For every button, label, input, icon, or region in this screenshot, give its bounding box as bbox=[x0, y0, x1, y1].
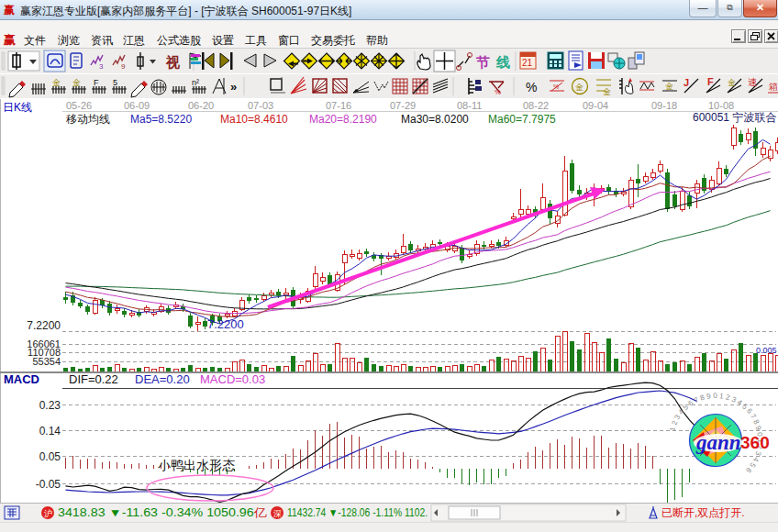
svg-text:视: 视 bbox=[165, 54, 180, 70]
svg-text:速: 速 bbox=[748, 77, 757, 87]
svg-text:3418.83 ▼-11.63 -0.34% 1050.96: 3418.83 ▼-11.63 -0.34% 1050.96亿 bbox=[58, 506, 267, 519]
svg-text:08-22: 08-22 bbox=[523, 100, 549, 111]
svg-text:F: F bbox=[94, 78, 99, 87]
svg-text:金: 金 bbox=[575, 83, 584, 92]
svg-text:Ma10=8.4610: Ma10=8.4610 bbox=[220, 113, 288, 126]
svg-text:金: 金 bbox=[728, 78, 736, 87]
svg-text:»: » bbox=[230, 80, 237, 94]
svg-text:DEA=0.20: DEA=0.20 bbox=[135, 372, 190, 386]
svg-text:已断开,双点打开.: 已断开,双点打开. bbox=[661, 506, 745, 519]
svg-text:F: F bbox=[707, 76, 714, 87]
svg-text:n²: n² bbox=[192, 78, 199, 87]
svg-text:3: 3 bbox=[99, 62, 104, 71]
svg-text:07-29: 07-29 bbox=[390, 100, 416, 111]
svg-text:-0.05: -0.05 bbox=[36, 478, 61, 491]
svg-text:06-20: 06-20 bbox=[188, 100, 214, 111]
svg-text:08-11: 08-11 bbox=[457, 100, 482, 111]
svg-text:J: J bbox=[684, 77, 689, 88]
svg-text:7.2200: 7.2200 bbox=[207, 317, 244, 331]
svg-text:10-08: 10-08 bbox=[708, 100, 734, 111]
svg-text:金: 金 bbox=[665, 82, 673, 91]
svg-text:09-18: 09-18 bbox=[651, 100, 677, 111]
svg-text:沪: 沪 bbox=[44, 509, 52, 518]
svg-text:%: % bbox=[553, 83, 559, 90]
svg-text:06-09: 06-09 bbox=[124, 100, 150, 111]
svg-text:11432.74 ▼-128.06 -1.11% 1102.: 11432.74 ▼-128.06 -1.11% 1102. bbox=[287, 506, 428, 519]
svg-text:金: 金 bbox=[52, 78, 61, 87]
svg-text:箱: 箱 bbox=[769, 82, 778, 92]
svg-text:Ma60=7.7975: Ma60=7.7975 bbox=[488, 113, 556, 126]
svg-text:09-04: 09-04 bbox=[583, 100, 608, 111]
svg-text:Ma5=8.5220: Ma5=8.5220 bbox=[130, 113, 192, 126]
svg-text:360: 360 bbox=[740, 433, 770, 452]
svg-text:5: 5 bbox=[113, 78, 117, 87]
svg-text:深: 深 bbox=[273, 509, 282, 518]
svg-text:21: 21 bbox=[522, 58, 533, 68]
svg-text:DIF=0.22: DIF=0.22 bbox=[69, 372, 118, 386]
svg-text:55354: 55354 bbox=[32, 356, 61, 367]
svg-text:MACD=0.03: MACD=0.03 bbox=[200, 372, 265, 386]
svg-text:%: % bbox=[495, 88, 501, 96]
svg-text:gann: gann bbox=[695, 431, 741, 454]
svg-text:0.05: 0.05 bbox=[39, 450, 61, 463]
svg-text:日K线: 日K线 bbox=[3, 101, 32, 114]
svg-text:0.14: 0.14 bbox=[39, 425, 61, 438]
svg-text:Ma20=8.2190: Ma20=8.2190 bbox=[309, 113, 377, 126]
svg-text:600051 宁波联合: 600051 宁波联合 bbox=[693, 111, 776, 124]
svg-text:小鸭出水形态: 小鸭出水形态 bbox=[158, 458, 236, 472]
svg-text:07-16: 07-16 bbox=[326, 100, 351, 111]
svg-text:移动均线: 移动均线 bbox=[66, 113, 110, 126]
svg-text:9: 9 bbox=[121, 62, 126, 71]
svg-text:0.23: 0.23 bbox=[39, 399, 61, 412]
svg-text:7.2200: 7.2200 bbox=[27, 319, 61, 332]
svg-text:节: 节 bbox=[475, 54, 490, 70]
svg-text:MACD: MACD bbox=[4, 372, 39, 386]
svg-text:金: 金 bbox=[72, 78, 81, 87]
svg-text:07-03: 07-03 bbox=[248, 100, 273, 111]
svg-text:%: % bbox=[526, 80, 537, 94]
svg-text:线: 线 bbox=[495, 54, 510, 70]
svg-text:金: 金 bbox=[603, 87, 611, 96]
svg-text:05-26: 05-26 bbox=[66, 100, 92, 111]
svg-text:Ma30=8.0200: Ma30=8.0200 bbox=[401, 113, 469, 126]
svg-text:0.005: 0.005 bbox=[756, 346, 777, 355]
